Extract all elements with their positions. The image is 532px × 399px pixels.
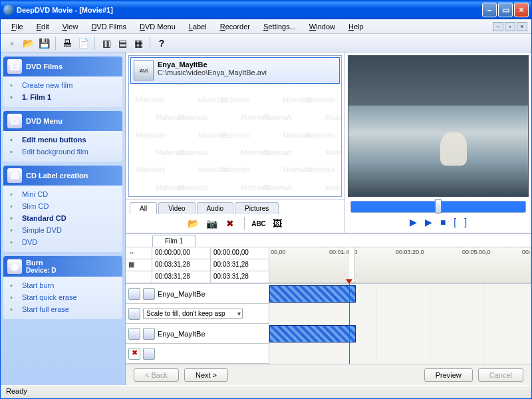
panel-dvd-films[interactable]: 🎞DVD Films <box>3 57 122 76</box>
track-icon[interactable] <box>128 328 140 340</box>
sidebar-standard-cd[interactable]: Standard CD <box>7 212 118 224</box>
back-button[interactable]: < Back <box>134 368 179 382</box>
tab-audio[interactable]: Audio <box>197 202 234 214</box>
tc-c1: 00:03:31,28 <box>152 271 211 283</box>
add-file-icon[interactable]: 📂 <box>186 216 200 231</box>
mdi-close-button[interactable]: × <box>517 22 527 31</box>
material-title: Enya_MayItBe <box>158 61 267 68</box>
sidebar-create-film[interactable]: Create new film <box>7 79 118 91</box>
preview-area: ▶ ▶ ■ [ ] <box>345 53 531 233</box>
sidebar: 🎞DVD Films Create new film 1. Film 1 🗂DV… <box>1 53 126 385</box>
tile-v-icon[interactable]: ▦ <box>131 36 146 51</box>
video-clip[interactable] <box>269 325 356 342</box>
menu-file[interactable]: File <box>5 21 30 32</box>
menu-label[interactable]: Label <box>182 21 213 32</box>
play-icon[interactable]: ▶ <box>425 217 432 227</box>
track-icon[interactable] <box>143 348 155 360</box>
tile-h-icon[interactable]: ▤ <box>115 36 130 51</box>
copy-icon[interactable]: 📄 <box>76 36 90 51</box>
tc-c2: 00:03:31,28 <box>211 271 269 283</box>
tc-a2: 00:00:00,00 <box>211 247 269 259</box>
track-icon[interactable] <box>143 328 155 340</box>
sidebar-full-erase[interactable]: Start full erase <box>7 303 118 315</box>
sidebar-quick-erase[interactable]: Start quick erase <box>7 291 118 303</box>
mark-in-icon[interactable]: [ <box>454 217 456 227</box>
video-clip[interactable] <box>269 285 356 303</box>
minimize-button[interactable]: – <box>482 3 497 17</box>
timeline-tab-film1[interactable]: Film 1 <box>152 235 196 247</box>
sidebar-dvd[interactable]: DVD <box>7 236 118 248</box>
film-icon: 🎞 <box>7 59 22 74</box>
material-path: C:\music\video\Enya_MayItBe.avi <box>158 68 267 76</box>
track-icon[interactable] <box>143 288 155 300</box>
print-icon[interactable]: 🖶 <box>60 36 74 51</box>
sidebar-edit-bg[interactable]: Edit background film <box>7 146 118 158</box>
maximize-button[interactable]: ▭ <box>498 3 513 17</box>
material-item[interactable]: AVI Enya_MayItBe C:\music\video\Enya_May… <box>130 57 340 84</box>
tl-tool-grid[interactable]: ▦ <box>126 259 152 271</box>
mdi-restore-button[interactable]: ▫ <box>505 22 515 31</box>
titlebar: DeepDVD Movie - [Movie#1] – ▭ × <box>1 1 531 19</box>
folder-icon[interactable] <box>128 308 140 320</box>
menu-window[interactable]: Window <box>303 21 342 32</box>
mdi-minimize-button[interactable]: – <box>493 22 503 31</box>
cancel-button[interactable]: Cancel <box>478 368 523 382</box>
playhead[interactable] <box>349 247 355 283</box>
image-icon[interactable]: 🖼 <box>270 216 285 231</box>
tl-tool-zoom[interactable]: ↔ <box>126 247 152 259</box>
cascade-icon[interactable]: ▥ <box>99 36 114 51</box>
mark-out-icon[interactable]: ] <box>464 217 467 227</box>
statusbar: Ready <box>1 385 531 398</box>
window-title: DeepDVD Movie - [Movie#1] <box>17 6 113 14</box>
scale-combo[interactable]: Scale to fill, don't keep asp <box>143 309 243 319</box>
clip-name: Enya_MayItBe <box>158 290 205 298</box>
delete-icon[interactable]: ✖ <box>223 216 237 231</box>
tab-pictures[interactable]: Pictures <box>235 202 279 214</box>
sidebar-start-burn[interactable]: Start burn <box>7 279 118 291</box>
tc-b1: 00:03:31,28 <box>152 259 211 271</box>
timeline-canvas[interactable] <box>269 284 531 364</box>
play-start-icon[interactable]: ▶ <box>410 217 417 227</box>
playhead[interactable] <box>349 284 350 364</box>
capture-icon[interactable]: 📷 <box>204 216 219 231</box>
new-icon[interactable]: ▫ <box>5 36 19 51</box>
menu-edit[interactable]: Edit <box>30 21 56 32</box>
menu-dvdfilms[interactable]: DVD Films <box>84 21 133 32</box>
track-icon[interactable] <box>128 288 140 300</box>
materials-list[interactable]: MaterialsMaterialsMaterialsMaterialsMate… <box>128 55 342 197</box>
open-icon[interactable]: 📂 <box>21 36 35 51</box>
help-icon[interactable]: ? <box>154 36 169 51</box>
menu-dvdmenu[interactable]: DVD Menu <box>133 21 182 32</box>
stop-icon[interactable]: ■ <box>440 217 446 227</box>
next-button[interactable]: Next > <box>184 368 228 382</box>
menubar: File Edit View DVD Films DVD Menu Label … <box>1 19 531 34</box>
close-button[interactable]: × <box>514 3 529 17</box>
sidebar-mini-cd[interactable]: Mini CD <box>7 188 118 200</box>
tab-all[interactable]: All <box>130 202 157 214</box>
text-button[interactable]: ABC <box>251 216 266 231</box>
save-icon[interactable]: 💾 <box>37 36 51 51</box>
app-icon <box>3 5 14 15</box>
menu-settings[interactable]: Settings... <box>257 21 303 32</box>
sidebar-film1[interactable]: 1. Film 1 <box>7 91 118 103</box>
preview-monitor[interactable] <box>348 55 529 197</box>
printer-icon: 🖶 <box>7 168 22 183</box>
tc-b2: 00:03:31,28 <box>211 259 269 271</box>
preview-slider[interactable] <box>350 201 526 213</box>
preview-button[interactable]: Preview <box>424 368 473 382</box>
sidebar-simple-dvd[interactable]: Simple DVD <box>7 224 118 236</box>
panel-cd-label[interactable]: 🖶CD Label creation <box>3 166 122 186</box>
sidebar-slim-cd[interactable]: Slim CD <box>7 200 118 212</box>
panel-burn[interactable]: ◉BurnDevice: D <box>3 256 122 277</box>
menu-recorder[interactable]: Recorder <box>213 21 257 32</box>
delete-track-icon[interactable]: ✖ <box>128 348 140 360</box>
app-window: DeepDVD Movie - [Movie#1] – ▭ × File Edi… <box>0 0 532 399</box>
menu-view[interactable]: View <box>56 21 85 32</box>
menu-icon: 🗂 <box>7 114 22 128</box>
sidebar-edit-buttons[interactable]: Edit menu buttons <box>7 134 118 146</box>
tab-video[interactable]: Video <box>158 202 195 214</box>
menu-help[interactable]: Help <box>342 21 370 32</box>
slider-thumb[interactable] <box>435 199 442 213</box>
timeline-ruler[interactable]: 00,00 00:01:40,0 00:03:20,0 00:05:00,0 0… <box>269 247 531 283</box>
panel-dvd-menu[interactable]: 🗂DVD Menu <box>3 111 122 131</box>
